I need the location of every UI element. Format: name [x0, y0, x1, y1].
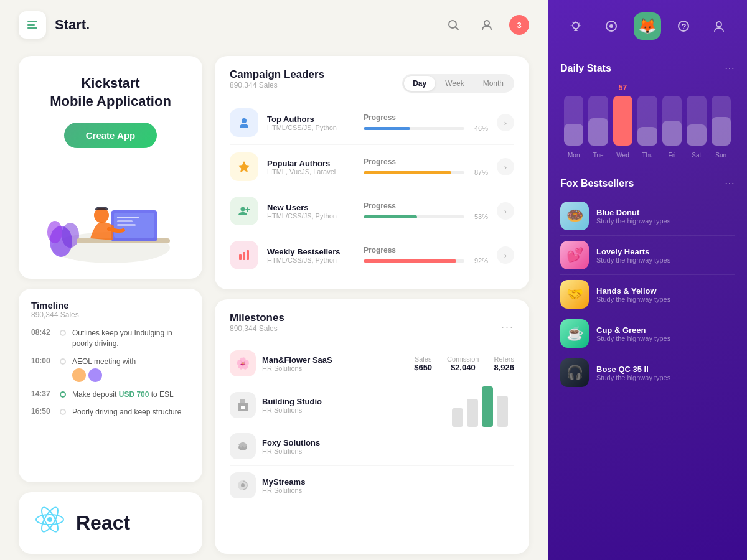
app-icon-user[interactable] [705, 12, 733, 40]
tl-dot-3 [60, 391, 66, 398]
fox-bestsellers-title: Fox Bestsellers [560, 178, 634, 189]
leader-row-popular-authors: Popular Authors HTML, VueJS, Laravel Pro… [230, 145, 514, 189]
milestones-header: Milestones 890,344 Sales ··· [230, 312, 514, 342]
chevron-btn-2[interactable]: › [497, 158, 514, 175]
app-icon-circle[interactable] [598, 12, 625, 40]
search-icon[interactable] [442, 14, 464, 36]
ms-name-manflower: Man&Flower SaaS [262, 355, 408, 365]
milestones-card: Milestones 890,344 Sales ··· 🌸 Man&Flowe… [215, 299, 529, 554]
react-icon [34, 503, 66, 543]
milestones-more-icon[interactable]: ··· [501, 320, 514, 334]
fox-bestsellers-more[interactable]: ⋯ [725, 177, 735, 189]
leader-icon-popular-authors [230, 152, 258, 181]
left-column: Kickstart Mobile Application Create App [19, 56, 202, 554]
ms-sub-building: HR Solutions [262, 406, 446, 414]
bar-outer-fri [662, 96, 682, 146]
chevron-btn-1[interactable]: › [497, 114, 514, 131]
app-icon-question[interactable]: ? [670, 12, 697, 40]
ms-stat-refers: Refers 8,926 [494, 355, 514, 372]
bs-img-bose-qc: 🎧 [560, 358, 589, 387]
bs-info-bose-qc: Bose QC 35 II Study the highway types [596, 365, 735, 381]
bs-img-hands-yellow: 🤝 [560, 280, 589, 309]
svg-rect-23 [239, 254, 242, 260]
chart-bar-tue: Tue [588, 96, 608, 159]
svg-line-1 [456, 27, 458, 30]
main-area: Start. 3 Kickstart Mobile Application Cr… [0, 0, 548, 560]
ms-name-mystreams: MyStreams [262, 477, 514, 487]
bs-info-blue-donut: Blue Donut Study the highway types [596, 208, 735, 225]
leader-info-popular-authors: Popular Authors HTML, VueJS, Laravel [267, 159, 355, 175]
timeline-item-1: 08:42 Outlines keep you Indulging in poo… [31, 328, 190, 349]
bestseller-item-blue-donut: 🍩 Blue Donut Study the highway types [560, 197, 735, 236]
bestseller-item-cup-green: ☕ Cup & Green Study the highway types [560, 314, 735, 353]
bs-info-cup-green: Cup & Green Study the highway types [596, 325, 735, 342]
tab-day[interactable]: Day [404, 76, 435, 91]
app-icon-fox[interactable]: 🦊 [634, 12, 661, 40]
ms-icon-manflower: 🌸 [230, 350, 256, 376]
bestseller-item-bose-qc: 🎧 Bose QC 35 II Study the highway types [560, 353, 735, 392]
svg-point-39 [716, 22, 721, 27]
progress-label-1: Progress [364, 113, 488, 122]
user-icon[interactable] [476, 14, 498, 36]
ms-row-building: Building Studio HR Solutions [230, 386, 446, 424]
fox-emoji: 🦊 [638, 17, 657, 35]
header-left: Start. [19, 11, 90, 39]
timeline-subtitle: 890,344 Sales [31, 310, 190, 319]
chevron-btn-3[interactable]: › [497, 202, 514, 220]
ms-stat-val-commission: $2,040 [447, 363, 479, 372]
kickstart-title: Kickstart Mobile Application [31, 75, 190, 110]
bar-inner-tue [588, 118, 608, 146]
campaign-title-group: Campaign Leaders 890,344 Sales [230, 68, 324, 98]
bestseller-item-hands-yellow: 🤝 Hands & Yellow Study the highway types [560, 275, 735, 314]
ms-stat-commission: Comission $2,040 [447, 355, 479, 372]
header-right: 3 [442, 14, 529, 36]
ms-stat-label-sales: Sales [414, 355, 432, 363]
chart-label-tue: Tue [593, 152, 604, 159]
logo-lines [27, 21, 37, 29]
ms-info-foxy: Foxy Solutions HR Solutions [262, 438, 514, 455]
bs-name-hands-yellow: Hands & Yellow [596, 286, 735, 296]
bar-outer-tue [588, 96, 608, 146]
leader-icon-weekly-bestsellers [230, 241, 258, 269]
campaign-title: Campaign Leaders [230, 68, 324, 81]
right-panel: 🦊 ? Daily Stats ⋯ Mon [548, 0, 747, 560]
milestone-row-foxy: Foxy Solutions HR Solutions [230, 427, 514, 466]
ms-sub-manflower: HR Solutions [262, 365, 408, 372]
leader-row-top-authors: Top Authors HTML/CSS/JS, Python Progress… [230, 101, 514, 145]
chevron-btn-4[interactable]: › [497, 246, 514, 264]
milestone-row-manflower: 🌸 Man&Flower SaaS HR Solutions Sales $65… [230, 344, 514, 383]
tab-month[interactable]: Month [474, 76, 512, 91]
daily-stats-header: Daily Stats ⋯ [560, 62, 735, 74]
leader-name-new-users: New Users [267, 203, 355, 212]
chart-bar-3 [482, 386, 493, 427]
logo-line-3 [27, 27, 37, 29]
ms-icon-mystreams [230, 472, 256, 498]
timeline-item-3: 14:37 Make deposit USD 700 to ESL [31, 390, 190, 400]
chart-bar-4 [497, 396, 508, 427]
react-label: React [76, 511, 130, 534]
ms-name-building: Building Studio [262, 397, 446, 406]
create-app-button[interactable]: Create App [64, 123, 157, 148]
svg-rect-25 [247, 250, 249, 260]
tab-week[interactable]: Week [436, 76, 472, 91]
ms-stat-label-refers: Refers [494, 355, 514, 363]
chart-bar-mon: Mon [564, 96, 583, 159]
daily-stats-more[interactable]: ⋯ [725, 62, 735, 74]
progress-bar-3 [364, 215, 464, 218]
chart-bar-sat: Sat [687, 96, 706, 159]
tab-group: Day Week Month [402, 74, 514, 93]
bar-inner-mon [564, 124, 583, 146]
chart-label-thu: Thu [642, 152, 652, 159]
tl-avatars [72, 368, 190, 382]
campaign-leaders-card: Campaign Leaders 890,344 Sales Day Week … [215, 56, 529, 289]
ms-sub-mystreams: HR Solutions [262, 487, 514, 494]
progress-fill-2 [364, 171, 451, 174]
app-icon-lightbulb[interactable] [562, 12, 590, 40]
svg-rect-10 [117, 217, 139, 218]
bar-outer-mon [564, 96, 583, 146]
bs-img-lovely-hearts: 💕 [560, 241, 589, 269]
svg-marker-19 [238, 161, 250, 172]
logo-icon [19, 11, 46, 39]
notification-badge[interactable]: 3 [509, 15, 529, 35]
svg-rect-29 [243, 406, 245, 409]
